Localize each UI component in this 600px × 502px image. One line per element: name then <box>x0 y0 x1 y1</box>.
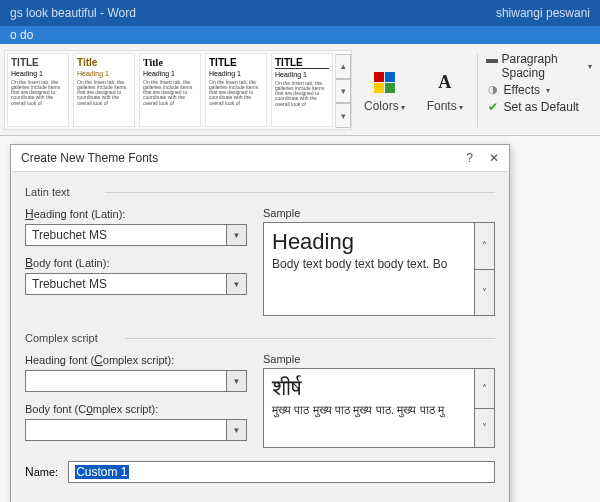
title-bar: gs look beautiful - Word shiwangi peswan… <box>0 0 600 26</box>
paragraph-spacing-button[interactable]: Paragraph Spacing▾ <box>486 52 592 80</box>
gallery-more-button[interactable]: ▾ <box>336 103 351 128</box>
sample-heading-text: शीर्ष <box>272 375 466 401</box>
tell-me-text: o do <box>10 28 33 42</box>
sample-label: Sample <box>263 353 495 365</box>
check-icon: ✔ <box>486 100 500 114</box>
body-font-latin-label: Body font (Latin): <box>25 256 247 270</box>
app-title: gs look beautiful - Word <box>10 6 136 20</box>
dropdown-button[interactable]: ▼ <box>227 224 247 246</box>
sample-heading-text: Heading <box>272 229 466 255</box>
ribbon-fonts-group[interactable]: A Fonts▾ <box>417 48 473 133</box>
sample-spinner[interactable]: ˄ ˅ <box>474 223 494 315</box>
theme-gallery-item[interactable]: TITLEHeading 1On the Insert tab, the gal… <box>7 53 69 127</box>
set-as-default-button[interactable]: ✔Set as Default <box>486 100 579 114</box>
body-font-complex-input[interactable] <box>25 419 227 441</box>
close-button[interactable]: ✕ <box>489 151 499 165</box>
gallery-spinner[interactable]: ▴ ▾ ▾ <box>335 54 351 128</box>
colors-label: Colors <box>364 99 399 113</box>
sample-up-button[interactable]: ˄ <box>474 223 494 270</box>
heading-font-complex-combo[interactable]: ▼ <box>25 370 247 392</box>
sample-body-text: मुख्य पाठ मुख्य पाठ मुख्य पाठ. मुख्य पाठ… <box>272 403 466 417</box>
ribbon-options-group: Paragraph Spacing▾ ◑Effects▾ ✔Set as Def… <box>482 48 596 133</box>
sample-up-button[interactable]: ˄ <box>474 369 494 409</box>
theme-gallery-item[interactable]: TITLEHeading 1On the Insert tab, the gal… <box>205 53 267 127</box>
ribbon-colors-group[interactable]: Colors▾ <box>354 48 415 133</box>
paragraph-spacing-icon <box>486 59 498 73</box>
sample-down-button[interactable]: ˅ <box>474 270 494 316</box>
effects-button[interactable]: ◑Effects▾ <box>486 83 550 97</box>
theme-gallery-item[interactable]: TitleHeading 1On the Insert tab, the gal… <box>139 53 201 127</box>
dialog-title: Create New Theme Fonts <box>21 151 158 165</box>
heading-font-complex-input[interactable] <box>25 370 227 392</box>
name-input[interactable]: Custom 1 <box>68 461 495 483</box>
dropdown-icon: ▾ <box>401 103 405 112</box>
sample-body-text: Body text body text body text. Bo <box>272 257 466 271</box>
dropdown-icon: ▾ <box>588 62 592 71</box>
ribbon-design-tab: TITLEHeading 1On the Insert tab, the gal… <box>0 44 600 136</box>
body-font-complex-combo[interactable]: ▼ <box>25 419 247 441</box>
body-font-latin-input[interactable] <box>25 273 227 295</box>
dropdown-button[interactable]: ▼ <box>227 419 247 441</box>
heading-font-latin-label: Heading font (Latin): <box>25 207 247 221</box>
effects-icon: ◑ <box>486 83 500 97</box>
dropdown-button[interactable]: ▼ <box>227 273 247 295</box>
heading-font-complex-label: Heading font (Complex script): <box>25 353 247 367</box>
heading-font-latin-combo[interactable]: ▼ <box>25 224 247 246</box>
latin-sample-box: Heading Body text body text body text. B… <box>263 222 495 316</box>
dropdown-icon: ▾ <box>546 86 550 95</box>
tell-me-bar[interactable]: o do <box>0 26 600 44</box>
sample-down-button[interactable]: ˅ <box>474 409 494 448</box>
fonts-icon: A <box>431 69 459 97</box>
body-font-latin-combo[interactable]: ▼ <box>25 273 247 295</box>
sample-label: Sample <box>263 207 495 219</box>
colors-icon <box>370 69 398 97</box>
body-font-complex-label: Body font (Complex script): <box>25 402 247 416</box>
theme-gallery-item[interactable]: TitleHeading 1On the Insert tab, the gal… <box>73 53 135 127</box>
dialog-title-bar[interactable]: Create New Theme Fonts ? ✕ <box>11 145 509 172</box>
complex-sample-box: शीर्ष मुख्य पाठ मुख्य पाठ मुख्य पाठ. मुख… <box>263 368 495 448</box>
dropdown-icon: ▾ <box>459 103 463 112</box>
help-button[interactable]: ? <box>466 151 473 165</box>
section-divider <box>125 338 495 339</box>
fonts-label: Fonts <box>427 99 457 113</box>
create-theme-fonts-dialog: Create New Theme Fonts ? ✕ Latin text He… <box>10 144 510 502</box>
gallery-up-button[interactable]: ▴ <box>336 54 351 79</box>
user-name: shiwangi peswani <box>496 6 590 20</box>
dropdown-button[interactable]: ▼ <box>227 370 247 392</box>
theme-gallery-item[interactable]: TITLEHeading 1On the Insert tab, the gal… <box>271 53 333 127</box>
ribbon-separator <box>477 54 478 127</box>
section-divider <box>105 192 495 193</box>
heading-font-latin-input[interactable] <box>25 224 227 246</box>
sample-spinner[interactable]: ˄ ˅ <box>474 369 494 447</box>
name-label: Name: <box>25 465 58 479</box>
theme-gallery[interactable]: TITLEHeading 1On the Insert tab, the gal… <box>4 50 352 130</box>
gallery-down-button[interactable]: ▾ <box>336 79 351 104</box>
